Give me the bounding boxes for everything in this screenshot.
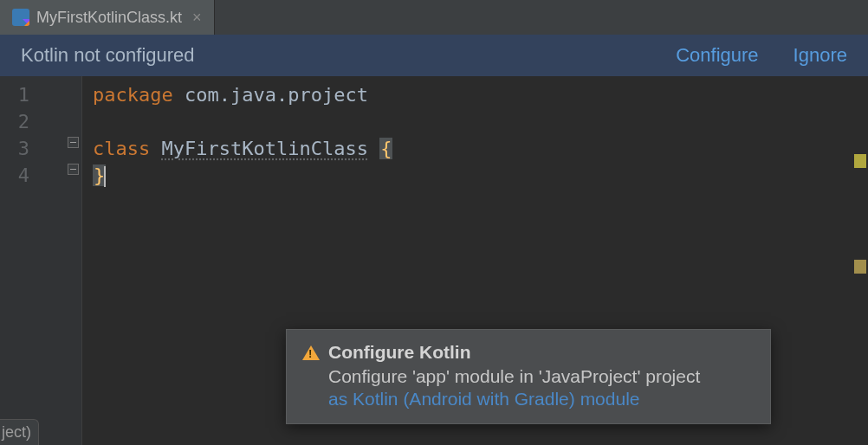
popup-header: Configure Kotlin	[302, 342, 751, 363]
line-number: 1	[0, 81, 81, 108]
fold-start-icon[interactable]	[68, 137, 79, 148]
fold-end-icon[interactable]	[68, 164, 79, 175]
configure-link[interactable]: Configure	[676, 44, 758, 67]
info-marker[interactable]	[854, 260, 866, 274]
warning-marker[interactable]	[854, 154, 866, 168]
fold-region	[68, 137, 79, 190]
intention-popup[interactable]: Configure Kotlin Configure 'app' module …	[286, 329, 771, 424]
tab-bar: MyFirstKotlinClass.kt ×	[0, 0, 868, 35]
code-line: package com.java.project	[93, 81, 861, 108]
file-tab[interactable]: MyFirstKotlinClass.kt ×	[0, 0, 215, 35]
notification-text: Kotlin not configured	[21, 44, 195, 67]
warning-icon	[302, 345, 320, 360]
gutter: 1 2 3 4	[0, 76, 82, 445]
text-cursor	[104, 166, 106, 187]
close-tab-icon[interactable]: ×	[189, 9, 205, 27]
code-line: class MyFirstKotlinClass {	[93, 135, 861, 162]
line-number: 2	[0, 108, 81, 135]
notification-bar: Kotlin not configured Configure Ignore	[0, 35, 868, 76]
popup-action-link[interactable]: as Kotlin (Android with Gradle) module	[328, 389, 751, 410]
popup-title: Configure Kotlin	[328, 342, 470, 363]
kotlin-file-icon	[12, 9, 29, 26]
ignore-link[interactable]: Ignore	[794, 44, 847, 67]
notification-actions: Configure Ignore	[676, 44, 847, 67]
breadcrumb-fragment: ject)	[0, 419, 39, 445]
tab-label: MyFirstKotlinClass.kt	[36, 9, 182, 27]
popup-description: Configure 'app' module in 'JavaProject' …	[328, 366, 751, 387]
error-stripe	[852, 152, 868, 365]
code-line: }	[93, 162, 861, 189]
code-line	[93, 108, 861, 135]
